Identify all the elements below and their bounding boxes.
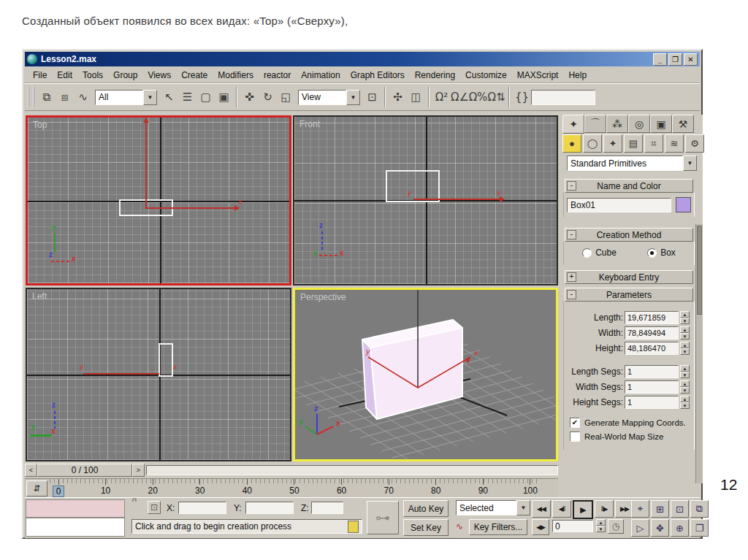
menu-item-rendering[interactable]: Rendering [410,69,460,82]
spinner-snap-icon[interactable]: Ω⇅ [487,88,505,107]
parameter-value-field[interactable]: 48,186470 [625,342,679,355]
select-and-scale-icon[interactable]: ◱ [277,88,295,107]
spinner-arrows[interactable]: ▲▼ [680,380,690,394]
maxscript-listener-field[interactable] [26,518,125,537]
tab-utilities-icon[interactable]: ⚒ [672,115,694,133]
spinner-arrows[interactable]: ▲▼ [680,342,690,355]
maxscript-macro-recorder-field[interactable] [26,499,125,518]
radio-cube[interactable]: Cube [582,248,617,258]
viewport-left-label[interactable]: Left [32,291,47,302]
object-name-field[interactable]: Box01 [567,198,671,212]
rollout-toggle[interactable]: - [567,181,576,191]
parameter-value-field[interactable]: 1 [625,396,679,409]
current-frame-field[interactable]: 0 [552,520,593,532]
category-shapes-icon[interactable]: ◯ [583,134,602,153]
reference-coordinate-dropdown[interactable]: View ▼ [298,90,360,105]
track-bar[interactable]: ⇵ 0102030405060708090100 [25,478,558,498]
timeline-tick-20[interactable]: 20 [144,479,161,497]
menu-item-views[interactable]: Views [142,69,176,82]
title-bar[interactable]: Lesson2.max _❐✕ [25,52,700,66]
rollout-toggle[interactable]: - [567,290,576,299]
menu-item-reactor[interactable]: reactor [259,69,296,82]
category-systems-icon[interactable]: ⚙ [685,134,704,153]
zoom-extents-all-icon[interactable]: ⧉ [690,500,709,518]
minimize-button[interactable]: _ [653,53,667,66]
timeline-tick-0[interactable]: 0 [50,479,67,497]
mirror-icon[interactable]: ◫ [407,88,425,107]
menu-item-maxscript[interactable]: MAXScript [512,69,564,82]
previous-frame-icon[interactable]: ◀‖ [552,500,571,518]
play-icon[interactable]: ▶ [573,500,593,519]
selection-lock-toggle[interactable] [348,521,359,533]
viewport-perspective[interactable]: Perspective y x z y x [293,288,558,461]
go-to-start-icon[interactable]: ◀◀ [532,500,551,518]
spinner-arrows[interactable]: ▲▼ [680,326,690,340]
angle-snap-icon[interactable]: Ω∠ [451,88,469,107]
category-cameras-icon[interactable]: ▤ [624,134,643,153]
named-selection-set-field[interactable] [531,90,595,105]
checkbox[interactable]: ✔ [570,418,580,428]
rollout-toggle[interactable]: + [567,272,576,282]
panel-scrollbar-thumb[interactable] [697,226,702,315]
time-slider-next-button[interactable]: > [132,464,145,477]
field-of-view-icon[interactable]: ▷ [631,519,649,537]
close-button[interactable]: ✕ [684,53,698,66]
key-set-dropdown[interactable]: Selected ▼ [456,500,530,515]
box-wireframe[interactable] [386,170,440,202]
chevron-down-icon[interactable]: ▼ [143,90,157,105]
radio-button[interactable] [647,248,657,258]
select-and-link-icon[interactable]: ⧉ [37,88,56,107]
menu-item-animation[interactable]: Animation [296,69,345,82]
timeline-tick-60[interactable]: 60 [333,479,351,497]
viewport-front-label[interactable]: Front [299,119,320,129]
category-helpers-icon[interactable]: ⌗ [644,134,663,153]
unlink-selection-icon[interactable]: ⧈ [56,88,74,107]
spinner-arrows[interactable]: ▲▼ [680,396,690,409]
select-and-rotate-icon[interactable]: ↻ [259,88,277,107]
timeline-tick-100[interactable]: 100 [522,479,539,497]
timeline-tick-90[interactable]: 90 [474,479,492,497]
select-object-icon[interactable]: ↖ [160,88,178,107]
menu-item-file[interactable]: File [28,69,52,82]
chevron-down-icon[interactable]: ▼ [346,90,360,105]
timeline-tick-50[interactable]: 50 [286,479,303,497]
category-space-warps-icon[interactable]: ≋ [665,134,684,153]
time-slider-prev-button[interactable]: < [25,464,37,477]
rollout-header[interactable]: - Name and Color [565,179,693,193]
parameter-value-field[interactable]: 1 [625,380,679,394]
timeline-tick-10[interactable]: 10 [97,479,115,497]
selection-filter-dropdown[interactable]: All ▼ [95,90,157,105]
tab-modify-icon[interactable]: ⌒ [584,115,606,133]
timeline-tick-40[interactable]: 40 [238,479,256,497]
snaps-toggle-icon[interactable]: Ω² [432,88,451,107]
absolute-offset-toggle-icon[interactable]: ⊡ [148,501,161,514]
viewport-top-label[interactable]: Top [33,120,47,130]
category-lights-icon[interactable]: ✦ [603,134,622,153]
menu-item-modifiers[interactable]: Modifiers [213,69,259,82]
rollout-toggle[interactable]: - [567,230,576,239]
zoom-all-icon[interactable]: ⊞ [651,500,669,518]
min-max-toggle-icon[interactable]: ❐ [690,519,709,537]
menu-item-help[interactable]: Help [563,69,592,82]
spinner-arrows[interactable]: ▲▼ [680,311,690,324]
rollout-header[interactable]: - Creation Method [565,228,693,242]
tab-display-icon[interactable]: ▣ [650,115,672,133]
x-coord-field[interactable] [178,502,226,514]
viewport-perspective-label[interactable]: Perspective [300,292,346,302]
new-key-curve-icon[interactable]: ∿ [453,520,466,533]
chevron-down-icon[interactable]: ▼ [516,500,530,515]
tab-create-icon[interactable]: ✦ [562,115,584,134]
timeline-tick-70[interactable]: 70 [380,479,397,497]
time-slider-knob[interactable]: 0 / 100 [37,464,132,477]
menu-item-tools[interactable]: Tools [77,69,108,82]
viewport-front[interactable]: Front y x z x y [293,115,558,285]
restore-button[interactable]: ❐ [668,53,682,66]
mini-curve-editor-button[interactable]: ⇵ [26,480,47,496]
parameter-value-field[interactable]: 19,671859 [625,311,679,324]
category-geometry-icon[interactable]: ● [562,134,581,153]
viewport-top[interactable]: Top x y z x [26,115,291,285]
select-by-name-icon[interactable]: ☰ [178,88,196,107]
use-pivot-point-icon[interactable]: ⊡ [363,88,381,107]
time-configuration-icon[interactable]: ◷ [608,519,624,534]
timeline-tick-30[interactable]: 30 [191,479,209,497]
